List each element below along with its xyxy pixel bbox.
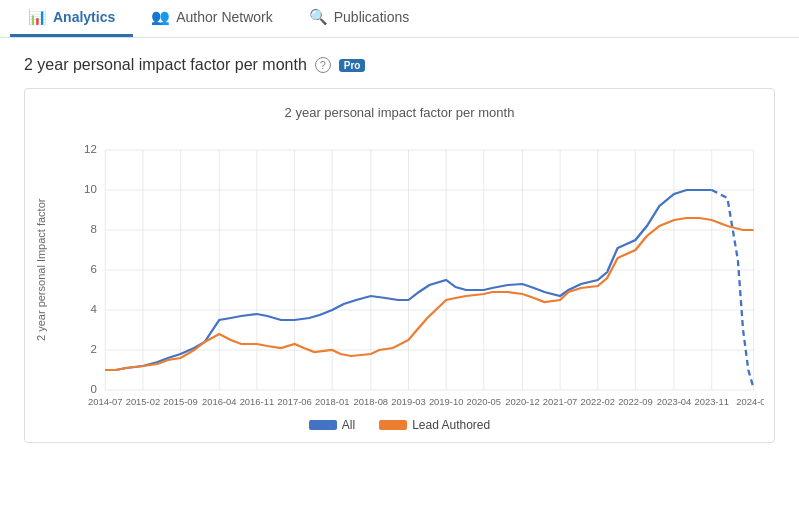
tab-analytics-label: Analytics — [53, 9, 115, 25]
legend-label-lead-authored: Lead Authored — [412, 418, 490, 432]
legend-item-all: All — [309, 418, 355, 432]
svg-text:2015-02: 2015-02 — [126, 397, 160, 407]
tab-analytics[interactable]: 📊 Analytics — [10, 0, 133, 37]
svg-text:8: 8 — [91, 223, 97, 235]
tab-publications[interactable]: 🔍 Publications — [291, 0, 428, 37]
svg-text:2020-12: 2020-12 — [505, 397, 539, 407]
svg-text:2024-06: 2024-06 — [736, 397, 764, 407]
svg-text:2016-11: 2016-11 — [240, 397, 274, 407]
svg-text:2023-11: 2023-11 — [694, 397, 728, 407]
svg-text:2022-09: 2022-09 — [618, 397, 652, 407]
svg-text:2022-02: 2022-02 — [581, 397, 615, 407]
legend-label-all: All — [342, 418, 355, 432]
chart-inner: .grid { stroke: #e0e0e0; stroke-width: 0… — [53, 130, 764, 410]
page-content: 2 year personal impact factor per month … — [0, 38, 799, 461]
publications-icon: 🔍 — [309, 8, 328, 26]
svg-text:2017-06: 2017-06 — [277, 397, 311, 407]
line-chart: .grid { stroke: #e0e0e0; stroke-width: 0… — [53, 130, 764, 410]
legend-color-all — [309, 420, 337, 430]
help-icon[interactable]: ? — [315, 57, 331, 73]
analytics-icon: 📊 — [28, 8, 47, 26]
svg-text:2018-01: 2018-01 — [315, 397, 349, 407]
all-line-dashed — [712, 190, 754, 388]
svg-text:2015-09: 2015-09 — [163, 397, 197, 407]
svg-text:2: 2 — [91, 343, 97, 355]
svg-text:2020-05: 2020-05 — [467, 397, 501, 407]
svg-text:2014-07: 2014-07 — [88, 397, 122, 407]
tab-bar: 📊 Analytics 👥 Author Network 🔍 Publicati… — [0, 0, 799, 38]
section-title-text: 2 year personal impact factor per month — [24, 56, 307, 74]
tab-author-network[interactable]: 👥 Author Network — [133, 0, 290, 37]
pro-badge: Pro — [339, 59, 366, 72]
chart-title: 2 year personal impact factor per month — [35, 105, 764, 120]
svg-text:2021-07: 2021-07 — [543, 397, 577, 407]
y-axis-label: 2 year personal Impact factor — [35, 130, 53, 410]
svg-text:10: 10 — [84, 183, 97, 195]
legend-color-lead-authored — [379, 420, 407, 430]
chart-legend: All Lead Authored — [35, 418, 764, 432]
chart-area: 2 year personal Impact factor .grid { st… — [35, 130, 764, 410]
svg-text:0: 0 — [91, 383, 97, 395]
section-title-row: 2 year personal impact factor per month … — [24, 56, 775, 74]
tab-publications-label: Publications — [334, 9, 410, 25]
svg-text:4: 4 — [91, 303, 97, 315]
svg-text:2019-03: 2019-03 — [391, 397, 425, 407]
svg-text:2018-08: 2018-08 — [354, 397, 388, 407]
svg-text:2019-10: 2019-10 — [429, 397, 463, 407]
svg-text:6: 6 — [91, 263, 97, 275]
svg-text:2023-04: 2023-04 — [657, 397, 691, 407]
lead-authored-line — [105, 218, 753, 370]
svg-text:12: 12 — [84, 143, 97, 155]
svg-text:2016-04: 2016-04 — [202, 397, 236, 407]
tab-author-network-label: Author Network — [176, 9, 272, 25]
chart-container: 2 year personal impact factor per month … — [24, 88, 775, 443]
author-network-icon: 👥 — [151, 8, 170, 26]
legend-item-lead-authored: Lead Authored — [379, 418, 490, 432]
